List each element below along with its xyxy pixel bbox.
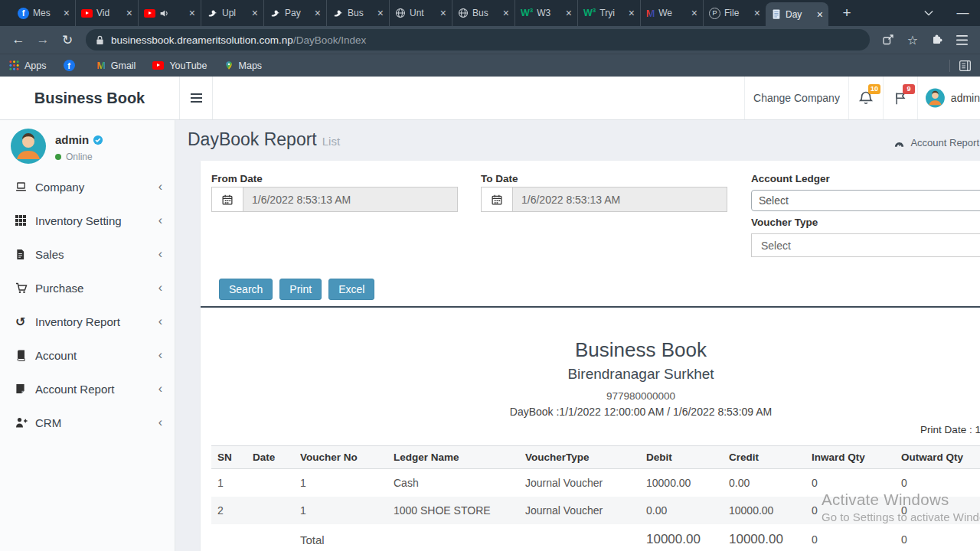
voucher-type-select[interactable]: Select (751, 233, 980, 257)
browser-tabs: fMes× Vid× × Upl× Pay× Bus× Unt× Bus× W3… (12, 0, 858, 26)
chevron-left-icon: ‹ (158, 247, 162, 261)
reading-list-panel-icon[interactable] (959, 60, 971, 71)
dashboard-gauge-icon (893, 139, 905, 148)
user-menu[interactable]: admin (917, 77, 980, 119)
sidebar-item-account-report[interactable]: Account Report‹ (0, 372, 175, 406)
reload-button[interactable]: ↻ (55, 32, 80, 48)
close-tab-icon[interactable]: × (189, 8, 195, 18)
notification-count-badge: 10 (868, 84, 880, 94)
tab-pay[interactable]: Pay× (263, 0, 326, 26)
chevron-left-icon: ‹ (158, 416, 162, 429)
new-tab-button[interactable]: + (836, 0, 858, 26)
bookmark-apps[interactable]: Apps (9, 60, 47, 71)
cell-ledger-name: Cash (387, 469, 519, 497)
forward-button[interactable]: → (31, 32, 55, 47)
col-header: Credit (723, 446, 805, 469)
minimize-window-button[interactable]: — (946, 0, 980, 26)
browser-menu-icon[interactable] (949, 35, 974, 45)
action-buttons: Search Print Excel (219, 279, 374, 300)
sidebar-item-label: Account Report (35, 383, 114, 396)
sidebar-item-account[interactable]: Account‹ (0, 338, 175, 372)
address-bar[interactable]: businessbook.dreameritsolution.com.np/Da… (86, 29, 870, 51)
bookmark-maps[interactable]: Maps (224, 60, 263, 71)
back-button[interactable]: ← (6, 32, 31, 47)
tab-youtube-audio[interactable]: × (138, 0, 201, 26)
cell-voucher-type: Journal Voucher (519, 497, 640, 524)
tab-we[interactable]: MWe× (640, 0, 703, 26)
close-tab-icon[interactable]: × (691, 8, 697, 18)
sidebar-item-label: Inventory Setting (35, 214, 122, 227)
col-header: Inward Qty (805, 446, 895, 469)
calendar-icon[interactable] (212, 187, 243, 211)
tab-tryit[interactable]: W3Tryi× (577, 0, 640, 26)
sidebar-item-label: CRM (35, 416, 61, 429)
close-tab-icon[interactable]: × (377, 8, 384, 18)
sidebar-item-purchase[interactable]: Purchase‹ (0, 271, 175, 305)
close-tab-icon[interactable]: × (252, 8, 258, 18)
tab-w3schools[interactable]: W3W3× (514, 0, 577, 26)
excel-button[interactable]: Excel (328, 279, 374, 300)
share-button[interactable] (876, 34, 900, 46)
sidebar-item-inventory-setting[interactable]: Inventory Setting‹ (0, 204, 175, 237)
breadcrumb-parent[interactable]: Account Report (910, 137, 979, 148)
tab-bus1[interactable]: Bus× (326, 0, 389, 26)
chevron-left-icon: ‹ (158, 281, 162, 295)
tab-file[interactable]: PFile× (703, 0, 766, 26)
close-tab-icon[interactable]: × (126, 8, 132, 18)
tab-bus2[interactable]: Bus× (452, 0, 514, 26)
sidebar-item-inventory-report[interactable]: ↺Inventory Report‹ (0, 305, 175, 338)
close-tab-icon[interactable]: × (503, 8, 509, 18)
messages-flag-button[interactable]: 9 (883, 77, 917, 119)
cell-debit: 0.00 (640, 497, 723, 524)
browser-window: fMes× Vid× × Upl× Pay× Bus× Unt× Bus× W3… (0, 0, 980, 551)
tab-unt[interactable]: Unt× (389, 0, 452, 26)
close-tab-icon[interactable]: × (566, 8, 572, 18)
report-date-range: DayBook :1/1/2022 12:00:00 AM / 1/6/2022… (211, 406, 980, 418)
tab-video[interactable]: Vid× (75, 0, 138, 26)
sidebar-item-label: Sales (35, 248, 64, 261)
bookmark-youtube[interactable]: YouTube (152, 60, 207, 71)
close-tab-icon[interactable]: × (440, 8, 446, 18)
tab-search-chevron-icon[interactable] (911, 0, 946, 26)
app-brand[interactable]: Business Book (0, 77, 180, 119)
close-tab-icon[interactable]: × (817, 9, 823, 20)
change-company-link[interactable]: Change Company (744, 77, 848, 119)
voucher-type-label: Voucher Type (751, 217, 818, 228)
document-icon (771, 8, 782, 20)
extensions-puzzle-icon[interactable] (925, 34, 949, 46)
calendar-icon[interactable] (482, 187, 513, 211)
url-path: /DayBook/Index (293, 34, 366, 46)
tab-daybook-active[interactable]: Day× (766, 2, 828, 26)
from-date-input[interactable]: 1/6/2022 8:53:13 AM (211, 187, 458, 212)
globe-icon (395, 8, 406, 18)
close-tab-icon[interactable]: × (64, 8, 70, 18)
m-logo-icon: M (646, 8, 655, 19)
close-tab-icon[interactable]: × (629, 8, 635, 18)
sidebar-item-company[interactable]: Company‹ (0, 170, 175, 204)
avatar[interactable] (11, 129, 46, 164)
account-ledger-select[interactable]: Select (751, 190, 980, 211)
chevron-left-icon: ‹ (158, 348, 162, 362)
bookmark-facebook[interactable]: f (64, 60, 80, 71)
maps-pin-icon (224, 60, 234, 71)
tab-upl[interactable]: Upl× (201, 0, 263, 26)
bookmark-gmail[interactable]: MGmail (97, 60, 136, 71)
tab-messenger[interactable]: fMes× (12, 0, 75, 26)
cell-credit: 0.00 (723, 469, 805, 497)
avatar (926, 86, 945, 109)
close-tab-icon[interactable]: × (315, 8, 321, 18)
to-date-input[interactable]: 1/6/2022 8:53:13 AM (481, 187, 727, 212)
print-button[interactable]: Print (279, 279, 322, 300)
sidebar-item-crm[interactable]: CRM‹ (0, 406, 175, 439)
sidebar-item-sales[interactable]: Sales‹ (0, 237, 175, 271)
close-tab-icon[interactable]: × (754, 8, 760, 18)
tab-label: File (724, 8, 750, 18)
sidebar-item-label: Purchase (35, 282, 83, 295)
search-button[interactable]: Search (219, 279, 273, 300)
sidebar-toggle-button[interactable] (180, 77, 213, 119)
total-inward-qty: 0 (805, 524, 895, 551)
from-date-label: From Date (211, 173, 263, 184)
bookmark-star-button[interactable]: ☆ (900, 33, 925, 47)
tab-label: W3 (537, 8, 562, 18)
notifications-button[interactable]: 10 (848, 77, 883, 119)
